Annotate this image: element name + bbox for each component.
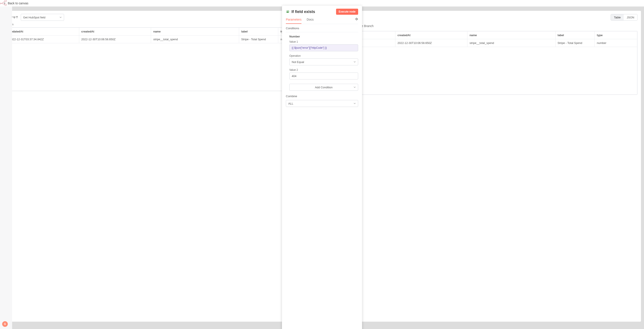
- back-label: Back to canvas: [8, 2, 28, 5]
- col-header: createdAt: [79, 28, 151, 36]
- chevron-down-icon: [59, 16, 62, 19]
- value1-text: {{ $json["error"]["httpCode"] }}: [292, 46, 327, 49]
- add-condition-label: Add Condition: [315, 86, 332, 89]
- cell: number: [595, 39, 637, 47]
- node-config-panel: If field exists Execute node Parameters …: [282, 6, 362, 329]
- chevron-down-icon: [353, 86, 356, 89]
- table-row[interactable]: 2022-12-31T03:37:34.842Z 2022-12-30T10:0…: [323, 39, 637, 47]
- value1-label: Value 1: [289, 40, 358, 43]
- avatar[interactable]: G: [2, 321, 8, 327]
- cell: stripe__total_spend: [151, 36, 239, 43]
- output-panel: OUTPUT i Table JSON True Branch (1 item)…: [322, 11, 641, 322]
- table-row[interactable]: 2022-12-31T03:37:34.842Z 2022-12-30T10:0…: [7, 36, 321, 43]
- table-empty-row: [323, 47, 637, 94]
- col-header: createdAt: [395, 32, 467, 39]
- output-view-toggle: Table JSON: [611, 14, 638, 20]
- input-table: updatedAt createdAt name label type 2022…: [6, 27, 321, 91]
- cell: 2022-12-30T10:06:58.650Z: [395, 39, 467, 47]
- col-header: name: [467, 32, 555, 39]
- arrow-left-icon: [3, 2, 6, 5]
- operation-value: Not Equal: [292, 60, 304, 64]
- table-empty-row: [7, 43, 321, 91]
- gear-icon[interactable]: [355, 17, 358, 21]
- chevron-down-icon: [353, 102, 356, 105]
- combine-label: Combine: [286, 94, 358, 98]
- value2-label: Value 2: [289, 68, 358, 72]
- if-node-icon: [286, 10, 290, 14]
- cell: Stripe - Total Spend: [239, 36, 278, 43]
- output-table: updatedAt createdAt name label type 2022…: [323, 31, 638, 95]
- value2-text: 404: [292, 74, 296, 78]
- branch-tabs: True Branch (1 item) False Branch: [323, 23, 638, 30]
- execute-node-button[interactable]: Execute node: [336, 9, 358, 15]
- conditions-label: Conditions: [286, 26, 358, 30]
- group-title: Number: [289, 35, 358, 38]
- col-header: label: [555, 32, 595, 39]
- cell: 2022-12-30T10:06:58.650Z: [79, 36, 151, 43]
- add-condition-button[interactable]: Add Condition: [289, 84, 358, 91]
- tab-docs[interactable]: Docs: [307, 16, 314, 24]
- cell: 2022-12-31T03:37:34.842Z: [7, 36, 79, 43]
- config-tabs: Parameters Docs: [286, 16, 358, 24]
- tab-parameters[interactable]: Parameters: [286, 16, 302, 24]
- cell: stripe__total_spend: [467, 39, 555, 47]
- cell: Stripe - Total Spend: [555, 39, 595, 47]
- chevron-down-icon: [353, 60, 356, 64]
- left-rail: [0, 6, 12, 329]
- input-source-select[interactable]: Get HubSpot field: [21, 14, 64, 21]
- col-header: type: [595, 32, 637, 39]
- operation-select[interactable]: Not Equal: [289, 58, 358, 65]
- node-title: If field exists: [292, 10, 315, 14]
- table-header-row: updatedAt createdAt name label type: [7, 28, 321, 36]
- combine-value: ALL: [288, 102, 293, 105]
- table-header-row: updatedAt createdAt name label type: [323, 32, 637, 39]
- input-source-value: Get HubSpot field: [23, 16, 46, 19]
- col-header: updatedAt: [7, 28, 79, 36]
- col-header: name: [151, 28, 239, 36]
- condition-group: Number Value 1 {{ $json["error"]["httpCo…: [286, 32, 358, 82]
- output-view-json[interactable]: JSON: [624, 14, 637, 20]
- col-header: label: [239, 28, 278, 36]
- combine-select[interactable]: ALL: [286, 100, 358, 107]
- value1-input[interactable]: {{ $json["error"]["httpCode"] }}: [289, 44, 358, 51]
- operation-label: Operation: [289, 54, 358, 57]
- output-view-table[interactable]: Table: [611, 14, 624, 20]
- value2-input[interactable]: 404: [289, 72, 358, 80]
- input-panel: INPUT Get HubSpot field Table JSON 1 ite…: [3, 11, 322, 322]
